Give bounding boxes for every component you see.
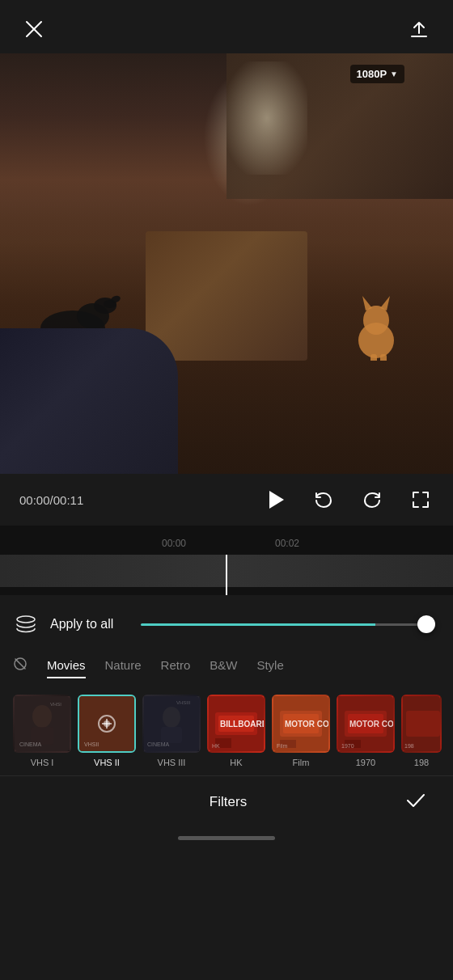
timeline-scrubber[interactable] [0,555,453,595]
svg-text:MOTOR CO: MOTOR CO [349,720,393,729]
filter-thumb-vhs2: VHSII [78,695,136,753]
upload-icon [409,19,430,40]
filter-thumb-198: 198 [401,695,442,753]
svg-text:CINEMA: CINEMA [19,741,42,747]
svg-text:Film: Film [277,743,287,749]
filter-label-film: Film [293,758,310,767]
bottom-title: Filters [210,794,247,810]
timeline-area: 00:00 00:02 [0,526,453,595]
video-preview: 1080P ▼ [0,53,453,474]
filter-list: CINEMA VHSI VHS I VHSII VHS II [0,686,453,775]
svg-text:CINEMA: CINEMA [147,741,170,747]
tab-nature[interactable]: Nature [105,658,142,678]
svg-point-22 [32,705,52,728]
checkmark-icon [404,789,427,812]
svg-rect-56 [406,711,440,737]
svg-marker-15 [380,296,390,310]
svg-text:198: 198 [404,743,414,749]
svg-text:MOTOR CO: MOTOR CO [285,720,328,729]
filter-preview-film: MOTOR CO Film [273,696,328,751]
time-display: 00:00/00:11 [19,493,92,507]
filter-preview-198: 198 [403,696,442,751]
close-button[interactable] [19,15,49,44]
svg-point-33 [163,707,180,728]
timestamp-0: 00:00 [162,538,186,549]
undo-button[interactable] [311,487,337,513]
svg-marker-14 [362,296,372,310]
filter-label-198: 198 [414,758,429,767]
filter-vhs3[interactable]: CINEMA VHSIII VHS III [142,695,201,767]
filter-1970[interactable]: MOTOR CO 1970 1970 [337,695,395,767]
play-icon [269,491,284,509]
filter-thumb-1970: MOTOR CO 1970 [337,695,395,753]
bottom-bar: Filters [0,775,453,828]
tab-none[interactable] [13,657,28,680]
svg-text:VHSIII: VHSIII [176,700,191,705]
filter-label-vhs3: VHS III [158,758,186,767]
svg-text:HK: HK [212,743,220,749]
filter-label-vhs2: VHS II [94,758,120,767]
svg-rect-17 [380,354,387,361]
resolution-badge[interactable]: 1080P ▼ [350,65,405,83]
playhead[interactable] [226,555,227,595]
tab-movies[interactable]: Movies [47,658,86,678]
close-icon [25,20,43,38]
top-bar [0,0,453,53]
controls-bar: 00:00/00:11 [0,474,453,526]
chevron-down-icon: ▼ [390,70,398,78]
svg-text:1970: 1970 [341,743,354,749]
timestamp-2: 00:02 [275,538,299,549]
svg-rect-34 [161,727,182,743]
svg-point-18 [17,616,35,623]
resolution-label: 1080P [357,68,387,80]
filter-tabs: Movies Nature Retro B&W Style [0,650,453,686]
filter-preview-hk: BILLBOARD HK [209,696,264,751]
redo-button[interactable] [359,487,385,513]
svg-line-20 [15,659,25,669]
filter-label-vhs1: VHS I [31,758,54,767]
slider-thumb[interactable] [417,615,435,633]
confirm-button[interactable] [404,789,427,815]
filter-label-1970: 1970 [356,758,375,767]
play-button[interactable] [262,487,288,513]
filter-preview-1970: MOTOR CO 1970 [338,696,393,751]
intensity-slider[interactable] [141,623,434,626]
svg-text:VHSI: VHSI [50,702,61,707]
filter-thumb-vhs3: CINEMA VHSIII [142,695,201,753]
filter-film[interactable]: MOTOR CO Film Film [272,695,330,767]
apply-to-all-label: Apply to all [50,617,123,632]
undo-icon [313,489,334,510]
filter-preview-vhs3: CINEMA VHSIII [144,696,199,751]
svg-text:BILLBOARD: BILLBOARD [220,720,264,729]
playback-controls [262,487,434,513]
filter-vhs1[interactable]: CINEMA VHSI VHS I [13,695,71,767]
svg-text:VHSII: VHSII [84,741,99,747]
filter-label-hk: HK [230,758,242,767]
cabinet-area [226,53,453,199]
filter-preview-vhs1: CINEMA VHSI [15,696,70,751]
svg-point-30 [104,720,110,727]
layers-icon [13,611,39,637]
svg-point-13 [363,306,389,335]
svg-rect-16 [370,354,377,361]
filter-preview-vhs2: VHSII [79,696,134,751]
no-filter-icon [13,657,28,671]
filter-thumb-vhs1: CINEMA VHSI [13,695,71,753]
filter-198[interactable]: 198 198 [401,695,442,767]
couch-foreground [0,328,178,474]
redo-icon [362,489,383,510]
stacked-layers-icon [15,613,37,636]
upload-button[interactable] [404,15,434,44]
filter-thumb-film: MOTOR CO Film [272,695,330,753]
timeline-timestamps: 00:00 00:02 [0,532,453,555]
tab-bw[interactable]: B&W [210,658,237,678]
kitchen-island [146,231,307,361]
cat-silhouette [348,288,404,361]
fullscreen-icon [410,489,431,510]
apply-to-all-row: Apply to all [0,595,453,650]
fullscreen-button[interactable] [408,487,434,513]
tab-retro[interactable]: Retro [161,658,191,678]
filter-hk[interactable]: BILLBOARD HK HK [207,695,265,767]
tab-style[interactable]: Style [256,658,283,678]
filter-vhs2[interactable]: VHSII VHS II [78,695,136,767]
